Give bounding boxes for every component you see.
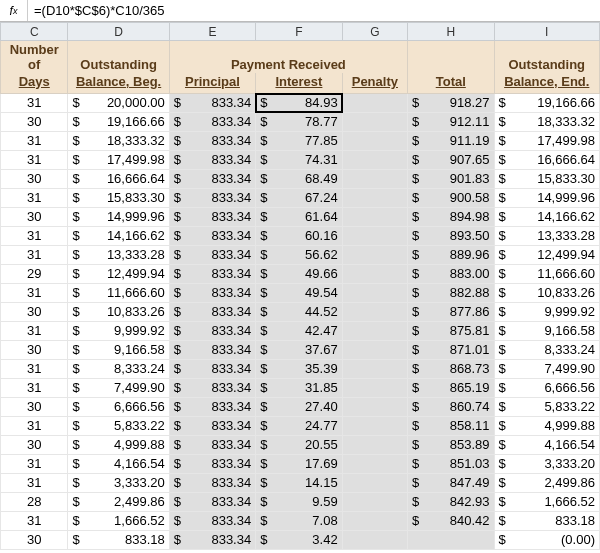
- cell[interactable]: 30: [1, 302, 68, 321]
- cell[interactable]: $4,999.88: [68, 435, 169, 454]
- cell[interactable]: $3.42: [256, 530, 342, 549]
- cell[interactable]: $6,666.56: [68, 397, 169, 416]
- cell[interactable]: $894.98: [408, 207, 494, 226]
- header-row-2[interactable]: Days Balance, Beg. Principal Interest Pe…: [1, 73, 600, 93]
- cell[interactable]: $74.31: [256, 150, 342, 169]
- cell[interactable]: $12,499.94: [494, 245, 600, 264]
- cell[interactable]: $5,833.22: [68, 416, 169, 435]
- cell[interactable]: [342, 169, 407, 188]
- table-row-partial[interactable]: 30$833.18$833.34$3.42$(0.00): [1, 530, 600, 549]
- cell[interactable]: $35.39: [256, 359, 342, 378]
- cell[interactable]: $2,499.86: [494, 473, 600, 492]
- cell[interactable]: $84.93: [256, 93, 342, 112]
- cell[interactable]: [342, 454, 407, 473]
- cell[interactable]: 31: [1, 283, 68, 302]
- cell[interactable]: 31: [1, 131, 68, 150]
- table-row[interactable]: 29$12,499.94$833.34$49.66$883.00$11,666.…: [1, 264, 600, 283]
- cell[interactable]: $833.34: [169, 131, 255, 150]
- header-out-end[interactable]: Outstanding: [494, 41, 600, 74]
- cell[interactable]: 28: [1, 492, 68, 511]
- cell[interactable]: $12,499.94: [68, 264, 169, 283]
- cell[interactable]: 31: [1, 416, 68, 435]
- cell[interactable]: [342, 397, 407, 416]
- cell[interactable]: [342, 112, 407, 131]
- table-row[interactable]: 31$15,833.30$833.34$67.24$900.58$14,999.…: [1, 188, 600, 207]
- header-balance-end[interactable]: Balance, End.: [494, 73, 600, 93]
- col-letter[interactable]: D: [68, 23, 169, 41]
- cell[interactable]: $833.34: [169, 435, 255, 454]
- cell[interactable]: $42.47: [256, 321, 342, 340]
- cell[interactable]: $893.50: [408, 226, 494, 245]
- cell[interactable]: $77.85: [256, 131, 342, 150]
- cell[interactable]: 29: [1, 264, 68, 283]
- cell[interactable]: $833.34: [169, 492, 255, 511]
- cell[interactable]: $833.34: [169, 359, 255, 378]
- fx-icon[interactable]: fx: [0, 0, 28, 21]
- cell[interactable]: $860.74: [408, 397, 494, 416]
- cell[interactable]: [342, 207, 407, 226]
- cell[interactable]: $44.52: [256, 302, 342, 321]
- cell[interactable]: [342, 283, 407, 302]
- cell[interactable]: [342, 492, 407, 511]
- cell[interactable]: $20.55: [256, 435, 342, 454]
- cell[interactable]: $13,333.28: [494, 226, 600, 245]
- cell[interactable]: [342, 359, 407, 378]
- cell[interactable]: $9,166.58: [494, 321, 600, 340]
- cell[interactable]: $9,999.92: [494, 302, 600, 321]
- cell[interactable]: $31.85: [256, 378, 342, 397]
- header-out-beg[interactable]: Outstanding: [68, 41, 169, 74]
- cell[interactable]: $20,000.00: [68, 93, 169, 112]
- table-row[interactable]: 30$19,166.66$833.34$78.77$912.11$18,333.…: [1, 112, 600, 131]
- cell[interactable]: $17.69: [256, 454, 342, 473]
- cell[interactable]: $17,499.98: [68, 150, 169, 169]
- cell[interactable]: $9,999.92: [68, 321, 169, 340]
- cell[interactable]: 30: [1, 435, 68, 454]
- cell[interactable]: $60.16: [256, 226, 342, 245]
- col-letter[interactable]: H: [408, 23, 494, 41]
- cell[interactable]: [342, 93, 407, 112]
- cell[interactable]: [342, 264, 407, 283]
- cell[interactable]: $4,166.54: [68, 454, 169, 473]
- cell[interactable]: 30: [1, 340, 68, 359]
- table-row[interactable]: 31$11,666.60$833.34$49.54$882.88$10,833.…: [1, 283, 600, 302]
- cell[interactable]: $840.42: [408, 511, 494, 530]
- cell[interactable]: $78.77: [256, 112, 342, 131]
- cell[interactable]: 30: [1, 112, 68, 131]
- cell[interactable]: $833.34: [169, 169, 255, 188]
- cell[interactable]: 31: [1, 511, 68, 530]
- table-row[interactable]: 31$13,333.28$833.34$56.62$889.96$12,499.…: [1, 245, 600, 264]
- formula-input[interactable]: [28, 0, 600, 21]
- table-row[interactable]: 31$18,333.32$833.34$77.85$911.19$17,499.…: [1, 131, 600, 150]
- cell[interactable]: $833.34: [169, 283, 255, 302]
- cell[interactable]: $833.34: [169, 245, 255, 264]
- cell[interactable]: $833.34: [169, 302, 255, 321]
- table-row[interactable]: 30$9,166.58$833.34$37.67$871.01$8,333.24: [1, 340, 600, 359]
- cell[interactable]: $847.49: [408, 473, 494, 492]
- cell[interactable]: 31: [1, 321, 68, 340]
- cell[interactable]: $877.86: [408, 302, 494, 321]
- cell[interactable]: $49.54: [256, 283, 342, 302]
- cell[interactable]: $14,999.96: [68, 207, 169, 226]
- header-days[interactable]: Days: [1, 73, 68, 93]
- cell[interactable]: [342, 226, 407, 245]
- cell[interactable]: $883.00: [408, 264, 494, 283]
- cell[interactable]: $833.34: [169, 511, 255, 530]
- cell[interactable]: $24.77: [256, 416, 342, 435]
- cell[interactable]: $882.88: [408, 283, 494, 302]
- cell[interactable]: 31: [1, 359, 68, 378]
- cell[interactable]: $4,166.54: [494, 435, 600, 454]
- cell[interactable]: [342, 245, 407, 264]
- cell[interactable]: $49.66: [256, 264, 342, 283]
- header-principal[interactable]: Principal: [169, 73, 255, 93]
- table-row[interactable]: 28$2,499.86$833.34$9.59$842.93$1,666.52: [1, 492, 600, 511]
- cell[interactable]: $912.11: [408, 112, 494, 131]
- col-letter[interactable]: C: [1, 23, 68, 41]
- table-row[interactable]: 31$14,166.62$833.34$60.16$893.50$13,333.…: [1, 226, 600, 245]
- cell[interactable]: $4,999.88: [494, 416, 600, 435]
- cell[interactable]: $14,166.62: [68, 226, 169, 245]
- header-payment-received[interactable]: Payment Received: [169, 41, 407, 74]
- table-row[interactable]: 31$17,499.98$833.34$74.31$907.65$16,666.…: [1, 150, 600, 169]
- table-row[interactable]: 31$1,666.52$833.34$7.08$840.42$833.18: [1, 511, 600, 530]
- cell[interactable]: $15,833.30: [494, 169, 600, 188]
- cell[interactable]: $900.58: [408, 188, 494, 207]
